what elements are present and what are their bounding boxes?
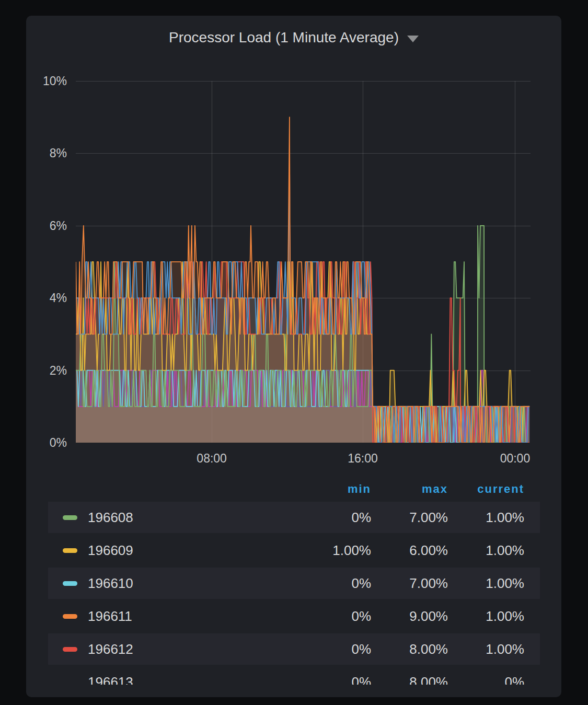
y-axis-tick-label: 4% [50, 291, 67, 305]
legend-row-196611[interactable]: 1966110%9.00%1.00% [48, 600, 540, 632]
series-color-swatch [63, 647, 77, 652]
legend-value-min: 1.00% [332, 542, 371, 559]
legend-value-max: 7.00% [409, 510, 448, 526]
legend-value-max: 9.00% [409, 608, 448, 625]
legend-row-196610[interactable]: 1966100%7.00%1.00% [48, 568, 540, 599]
panel-title: Processor Load (1 Minute Average) [169, 27, 399, 48]
chart-canvas[interactable] [76, 81, 531, 443]
legend-row-196609[interactable]: 1966091.00%6.00%1.00% [48, 535, 540, 566]
y-axis-tick-label: 2% [50, 363, 67, 377]
x-axis-tick-label: 00:00 [500, 452, 531, 466]
legend-value-max: 8.00% [409, 641, 448, 657]
processor-load-panel: Processor Load (1 Minute Average) 0%2%4%… [26, 16, 561, 697]
legend-value-min: 0% [351, 575, 371, 592]
legend-col-min[interactable]: min [348, 482, 371, 496]
legend-row-196613[interactable]: 1966130%8.00%0% [48, 666, 540, 685]
x-axis-tick-label: 08:00 [197, 452, 227, 466]
legend-value-current: 1.00% [486, 641, 524, 657]
legend-series-label: 196610 [88, 575, 133, 592]
legend-row-196608[interactable]: 1966080%7.00%1.00% [48, 502, 540, 533]
legend-value-current: 1.00% [486, 575, 524, 592]
legend-series-label: 196611 [88, 608, 132, 625]
legend-row-196612[interactable]: 1966120%8.00%1.00% [48, 633, 540, 665]
legend-table: 1966080%7.00%1.00%1966091.00%6.00%1.00%1… [48, 502, 540, 685]
legend-value-max: 7.00% [409, 575, 448, 592]
series-color-swatch [63, 581, 77, 586]
chevron-down-icon [407, 36, 419, 42]
legend-value-current: 1.00% [486, 608, 524, 625]
panel-title-menu[interactable]: Processor Load (1 Minute Average) [26, 27, 561, 48]
chart-area: 0%2%4%6%8%10%08:0016:0000:00 [76, 81, 531, 443]
legend-value-min: 0% [351, 608, 371, 625]
legend-value-min: 0% [351, 510, 371, 526]
legend-col-current[interactable]: current [477, 482, 524, 496]
legend-value-min: 0% [351, 674, 371, 685]
legend-series-label: 196608 [88, 510, 133, 526]
legend-series-label: 196609 [88, 542, 133, 559]
series-color-swatch [63, 680, 77, 685]
legend-value-max: 6.00% [409, 542, 448, 559]
legend-value-current: 1.00% [486, 510, 524, 526]
y-axis-tick-label: 0% [50, 436, 67, 450]
legend-series-label: 196612 [88, 641, 133, 657]
series-color-swatch [63, 515, 77, 520]
y-axis-tick-label: 10% [43, 74, 67, 88]
legend-value-min: 0% [351, 641, 371, 657]
legend-header: minmaxcurrent [48, 479, 540, 500]
y-axis-tick-label: 6% [50, 218, 67, 233]
legend-series-label: 196613 [88, 674, 133, 685]
legend-value-max: 8.00% [409, 674, 448, 685]
series-color-swatch [63, 614, 77, 619]
x-axis-tick-label: 16:00 [348, 452, 378, 466]
legend-value-current: 1.00% [486, 542, 524, 559]
legend-value-current: 0% [504, 674, 524, 685]
legend-col-max[interactable]: max [422, 482, 448, 496]
series-color-swatch [63, 548, 77, 553]
y-axis-tick-label: 8% [50, 146, 67, 160]
